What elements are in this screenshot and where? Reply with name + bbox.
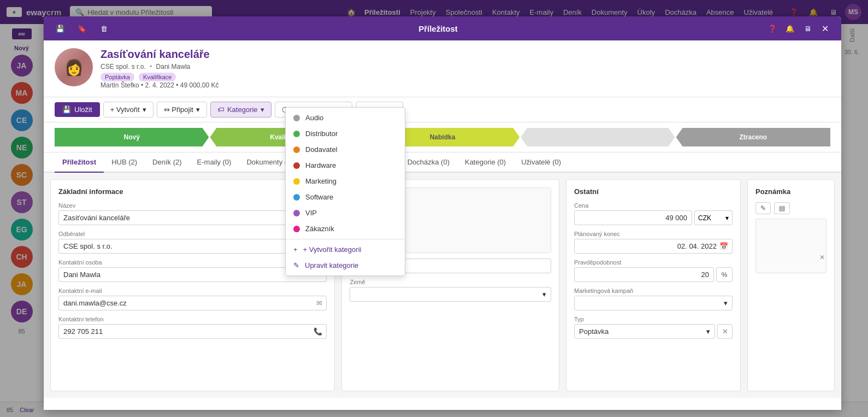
modal-bookmark-icon[interactable]: 🔖 — [74, 21, 90, 24]
modal-delete-icon[interactable]: 🗑 — [96, 21, 111, 24]
modal-close-button[interactable]: ✕ — [817, 21, 832, 24]
modal-toolbar: 💾 🔖 🗑 Příležitost ❓ 🔔 🖥 ✕ — [44, 16, 841, 24]
modal-bell-icon[interactable]: 🔔 — [782, 21, 798, 24]
modal-monitor-icon[interactable]: 🖥 — [800, 21, 815, 24]
modal-header-icons: ❓ 🔔 🖥 ✕ — [765, 21, 832, 24]
modal-help-icon[interactable]: ❓ — [765, 21, 780, 24]
modal-overlay: 💾 🔖 🗑 Příležitost ❓ 🔔 🖥 ✕ 👩 Zasíťování k… — [0, 0, 868, 24]
opportunity-modal: 💾 🔖 🗑 Příležitost ❓ 🔔 🖥 ✕ 👩 Zasíťování k… — [44, 16, 841, 24]
modal-save-icon[interactable]: 💾 — [52, 21, 68, 24]
modal-title: Příležitost — [118, 24, 758, 25]
